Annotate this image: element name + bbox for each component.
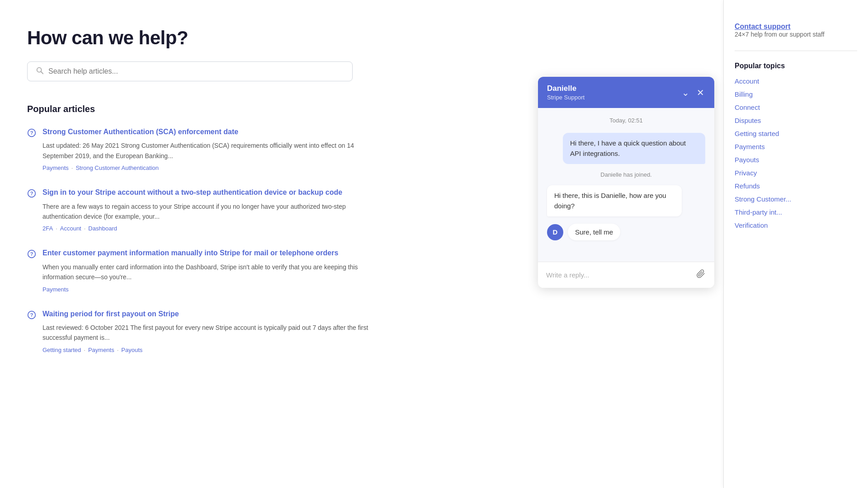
article-tags: Payments · Strong Customer Authenticatio… [42,164,371,171]
search-bar-container [27,61,353,81]
article-content: Enter customer payment information manua… [42,248,371,292]
article-tag[interactable]: Account [60,225,81,232]
search-icon [36,66,44,76]
article-title[interactable]: Enter customer payment information manua… [42,248,371,258]
topics-list: AccountBillingConnectDisputesGetting sta… [735,77,857,229]
article-title[interactable]: Waiting period for first payout on Strip… [42,309,371,319]
topic-item[interactable]: Account [735,77,857,85]
chat-collapse-button[interactable]: ⌄ [681,87,690,98]
article-title[interactable]: Strong Customer Authentication (SCA) enf… [42,127,371,137]
article-tag[interactable]: Payments [88,347,114,353]
topic-item[interactable]: Connect [735,103,857,111]
article-tag[interactable]: Strong Customer Authentication [75,164,159,171]
article-icon: ? [27,249,36,292]
popular-articles-heading: Popular articles [27,104,371,114]
chat-widget: Danielle Stripe Support ⌄ ✕ Today, 02:51… [538,77,714,288]
topic-item[interactable]: Billing [735,90,857,98]
article-tag[interactable]: 2FA [42,225,53,232]
tag-separator: · [71,164,73,171]
tag-separator: · [84,347,85,353]
article-tags: Payments [42,286,371,293]
topic-item[interactable]: Payouts [735,156,857,164]
chat-agent-name: Danielle [547,84,585,93]
tag-separator: · [117,347,119,353]
topic-item[interactable]: Privacy [735,169,857,177]
svg-text:?: ? [30,191,33,196]
article-tag[interactable]: Dashboard [88,225,117,232]
attach-button[interactable] [695,268,706,282]
article-tag[interactable]: Payments [42,286,69,293]
article-content: Strong Customer Authentication (SCA) enf… [42,127,371,171]
svg-line-1 [41,71,43,74]
article-tag[interactable]: Getting started [42,347,81,353]
system-message-1: Danielle has joined. [547,171,705,178]
svg-text:?: ? [30,312,33,318]
article-item: ? Enter customer payment information man… [27,248,371,292]
popular-topics-heading: Popular topics [735,62,857,70]
article-tag[interactable]: Payments [42,164,69,171]
agent-message-1: Hi there, this is Danielle, how are you … [547,185,682,216]
article-item: ? Strong Customer Authentication (SCA) e… [27,127,371,171]
sidebar-panel: Contact support 24×7 help from our suppo… [723,0,868,488]
article-item: ? Waiting period for first payout on Str… [27,309,371,353]
chat-agent-role: Stripe Support [547,94,585,101]
article-title[interactable]: Sign in to your Stripe account without a… [42,188,371,197]
sidebar-divider [735,51,857,51]
article-item: ? Sign in to your Stripe account without… [27,188,371,232]
article-icon: ? [27,128,36,171]
topic-item[interactable]: Verification [735,221,857,229]
article-description: Last reviewed: 6 October 2021 The first … [42,323,371,343]
user-message-1: Hi there, I have a quick question about … [563,133,705,164]
articles-list: ? Strong Customer Authentication (SCA) e… [27,127,371,353]
user-short-row: D Sure, tell me [547,224,705,240]
chat-close-button[interactable]: ✕ [696,87,705,98]
chat-input-area [538,262,714,288]
article-tags: 2FA · Account · Dashboard [42,225,371,232]
topic-item[interactable]: Disputes [735,117,857,124]
search-input[interactable] [48,67,344,75]
article-description: There are a few ways to regain access to… [42,202,371,222]
topic-item[interactable]: Getting started [735,130,857,137]
tag-separator: · [84,225,86,232]
svg-text:?: ? [30,130,33,136]
topic-item[interactable]: Third-party int... [735,208,857,216]
chat-timestamp: Today, 02:51 [547,117,705,124]
contact-support-desc: 24×7 help from our support staff [735,31,857,38]
article-icon: ? [27,310,36,353]
topic-item[interactable]: Payments [735,143,857,150]
contact-support-link[interactable]: Contact support [735,23,791,30]
article-content: Sign in to your Stripe account without a… [42,188,371,232]
article-tags: Getting started · Payments · Payouts [42,347,371,353]
chat-reply-input[interactable] [546,271,691,279]
page-title: How can we help? [27,27,371,49]
tag-separator: · [56,225,57,232]
topic-item[interactable]: Strong Customer... [735,195,857,203]
topic-item[interactable]: Refunds [735,182,857,190]
chat-header: Danielle Stripe Support ⌄ ✕ [538,77,714,108]
article-description: When you manually enter card information… [42,262,371,282]
chat-header-info: Danielle Stripe Support [547,84,585,101]
article-description: Last updated: 26 May 2021 Strong Custome… [42,141,371,161]
user-avatar: D [547,224,563,240]
chat-messages: Today, 02:51 Hi there, I have a quick qu… [538,108,714,262]
chat-header-actions: ⌄ ✕ [681,87,705,98]
user-short-message: Sure, tell me [568,224,620,240]
svg-text:?: ? [30,252,33,257]
article-tag[interactable]: Payouts [121,347,142,353]
article-content: Waiting period for first payout on Strip… [42,309,371,353]
article-icon: ? [27,189,36,232]
